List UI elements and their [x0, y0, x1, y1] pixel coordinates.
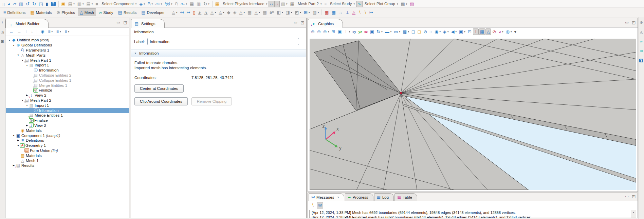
update-solution-dropdown[interactable]: ↻▾ [202, 1, 210, 7]
plot-curve-toggle[interactable]: ∿ [356, 1, 363, 7]
minimize-icon[interactable]: ▭ [294, 20, 297, 25]
show-message-windows-toggle[interactable]: ✉ [317, 202, 323, 208]
collapse-arrow-icon[interactable]: ▼ [16, 144, 20, 147]
partition-dropdown[interactable]: ◩▾ [293, 9, 302, 16]
model-tree-node-text-dropdown[interactable]: ≡▾ [63, 28, 71, 35]
new-file-icon[interactable]: ▯ [1, 1, 6, 7]
parameters-dropdown[interactable]: Pᵢ▾ [146, 1, 154, 7]
tree-item-materials[interactable]: ▦Materials [6, 153, 129, 158]
import-mesh-icon[interactable]: ↤ [179, 9, 185, 16]
plot-windows-dropdown[interactable]: ▩▾ [400, 1, 409, 7]
geometry-dropdown[interactable]: ◈▾ [138, 1, 146, 7]
clear-plot-icon[interactable]: ∖ [357, 9, 362, 16]
mesh-grid-icon[interactable]: ▦ [289, 1, 296, 7]
tree-item-finalize[interactable]: ⊛Finalize [6, 118, 129, 123]
deselect-box-icon[interactable]: ◻ [417, 28, 422, 35]
show-icon[interactable]: ◉ [39, 28, 45, 35]
tab-mesh[interactable]: △Mesh [78, 8, 96, 16]
tree-item-mesh-parts[interactable]: ▼◬Mesh Parts [6, 53, 129, 58]
tree-item-results[interactable]: ▶▤▪Results [6, 163, 129, 168]
component-settings-dropdown[interactable]: ▥▾ [76, 1, 85, 7]
clear-meshes-icon[interactable]: ▯ [191, 9, 197, 16]
go-to-view-dropdown[interactable]: ⊥▾ [343, 28, 351, 35]
tree-item-merge-entities-1[interactable]: ▤⊕Merge Entities 1 [6, 83, 129, 88]
minimize-icon[interactable]: ▭ [625, 194, 628, 199]
select-plot-group-dropdown[interactable]: Select Plot Group▾ [363, 1, 400, 7]
plot-in-window-icon[interactable]: ▨ [408, 1, 415, 7]
tree-item-import-1[interactable]: ▼▥←Import 1 [6, 103, 129, 108]
tree-item-mesh-part-1[interactable]: ▼▤◬Mesh Part 1 [6, 58, 129, 63]
more-tools-dropdown[interactable]: ▾ [513, 28, 517, 35]
tree-item-parameters-1[interactable]: PᵢParameters 1 [6, 48, 129, 53]
equals-icon[interactable]: = [323, 1, 328, 7]
tab-study[interactable]: ∞Study [97, 8, 115, 16]
free-triangular-icon[interactable]: ◭ [197, 9, 203, 16]
print-icon[interactable]: ▣ [369, 28, 375, 35]
float-icon[interactable]: ◳ [632, 20, 636, 25]
show-grid-toggle[interactable]: ▦ [479, 28, 485, 35]
component-stack-icon[interactable]: ▣ [60, 1, 67, 7]
mirror-mesh-dropdown[interactable]: ◨▾ [284, 9, 293, 16]
tab-materials[interactable]: ▦Materials [28, 8, 54, 16]
size-expression-icon[interactable]: a= [268, 9, 275, 16]
help-side-icon[interactable]: ? [638, 57, 644, 64]
zoom-in-icon[interactable]: ⊕ [310, 28, 316, 35]
table-icon[interactable]: ▦ [188, 1, 195, 7]
tree-item-view-3[interactable]: ▶↓↘View 3 [6, 123, 129, 128]
import-sequence-dropdown[interactable]: ▥▾ [280, 1, 289, 7]
tab-log[interactable]: ▦Log [374, 193, 394, 201]
add-component-dropdown[interactable]: ▤▾ [67, 1, 76, 7]
physics-builder-icon[interactable]: ⊛ [638, 19, 644, 26]
mesh-case-dropdown[interactable]: ⊞▾ [302, 9, 311, 16]
remove-color-icon[interactable]: ⊘ [491, 28, 497, 35]
tree-item-form-union[interactable]: ▭Form Union(fin) [6, 148, 129, 153]
collapse-arrow-icon[interactable]: ▼ [12, 134, 16, 137]
reset-hiding-icon[interactable]: ◌ [428, 28, 433, 35]
distribution-dropdown[interactable]: ◬▾ [217, 9, 226, 16]
transparency-dropdown[interactable]: ▭▾ [393, 28, 401, 35]
tree-item-information[interactable]: ⓘInformation [6, 108, 129, 113]
label-input[interactable] [147, 38, 299, 45]
tree-item-definitions[interactable]: ▶≡Definitions [6, 138, 129, 143]
messages-log[interactable]: [Apr 12, 2024, 1:38 PM] Mesh has 6692 bo… [309, 210, 636, 218]
undo-icon[interactable]: ↺ [24, 1, 31, 7]
size-dropdown[interactable]: ◬▾ [209, 9, 217, 16]
statistics-icon[interactable]: ⊥ [344, 9, 351, 16]
tree-item-merge-entities-1[interactable]: ▤⊕Merge Entities 1 [6, 113, 129, 118]
add-part-dropdown[interactable]: ▤▾ [85, 1, 94, 7]
redo-icon[interactable]: ↻ [31, 1, 37, 7]
tree-item-mesh-1[interactable]: △Mesh 1 [6, 158, 129, 163]
select-component-dropdown[interactable]: Select Component▾ [99, 1, 138, 7]
tree-item-materials[interactable]: ◉Materials [6, 128, 129, 133]
physics-interface-icon[interactable]: ▦ [214, 1, 221, 7]
center-at-coordinates-button[interactable]: Center at Coordinates [134, 84, 184, 93]
plot-mesh-icon[interactable]: ◬ [351, 9, 357, 16]
expand-all-dropdown[interactable]: ≡▾ [55, 28, 62, 35]
tree-item-collapse-entities-2[interactable]: ▤⊖Collapse Entities 2 [6, 73, 129, 78]
application-libraries-icon[interactable]: ▮ [44, 1, 49, 7]
scene-light-dropdown[interactable]: ▬▾ [384, 28, 393, 35]
rotate-view-dropdown[interactable]: ↻▾ [375, 28, 383, 35]
select-physics-interface-dropdown[interactable]: Select Physics Interface▾ [221, 1, 269, 7]
add-material-icon[interactable]: ⊞ [638, 48, 644, 54]
tab-progress[interactable]: ▰Progress [345, 193, 373, 201]
dock-panel-icon[interactable]: ⊞ [0, 38, 5, 45]
tree-item-geometry-1[interactable]: ▼AGeometry 1 [6, 143, 129, 148]
tree-item-finalize[interactable]: ⊛Finalize [6, 88, 129, 93]
tree-item-information[interactable]: ⓘInformation [6, 68, 129, 73]
tab-table[interactable]: ▦Table [394, 193, 417, 201]
tree-item-view-2[interactable]: ▶↓↘View 2 [6, 93, 129, 98]
close-icon[interactable]: × [337, 196, 339, 199]
mapped-icon[interactable]: ▦ [246, 9, 253, 16]
evaluate-export-icon[interactable]: ↦ [368, 9, 374, 16]
settings-tab[interactable]: ▤ Settings [131, 19, 165, 28]
sound-dropdown[interactable]: ◀▾ [450, 28, 458, 35]
mesh-side-icon[interactable]: ◬ [639, 29, 644, 35]
zoom-box-dropdown[interactable]: ⊕▾ [322, 28, 330, 35]
zoom-out-icon[interactable]: ⊖ [316, 28, 322, 35]
model-builder-tab[interactable]: ┬ Model Builder [5, 19, 49, 28]
collapse-arrow-icon[interactable]: ▼ [7, 39, 11, 41]
zoom-extents-icon[interactable]: ⊞ [330, 28, 336, 35]
minimize-icon[interactable]: ▭ [625, 20, 628, 25]
clear-all-plots-icon[interactable]: ∖ [363, 9, 368, 16]
